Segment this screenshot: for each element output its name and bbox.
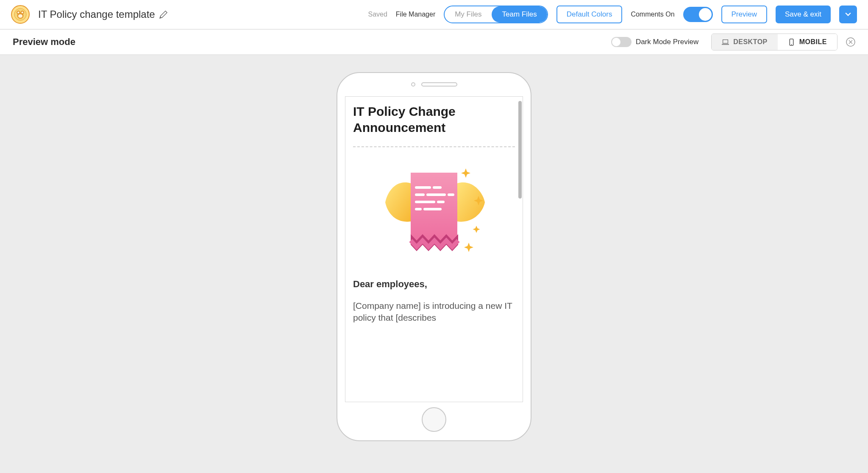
edit-icon bbox=[159, 11, 167, 19]
scrollbar[interactable] bbox=[518, 101, 522, 199]
mobile-icon bbox=[788, 39, 795, 46]
svg-rect-10 bbox=[411, 173, 457, 241]
preview-button[interactable]: Preview bbox=[721, 6, 767, 23]
files-segmented-control: My Files Team Files bbox=[444, 6, 548, 23]
phone-home-button bbox=[422, 407, 446, 432]
default-colors-button[interactable]: Default Colors bbox=[556, 6, 623, 23]
divider bbox=[353, 146, 515, 147]
saved-status: Saved bbox=[368, 11, 387, 18]
announcement-illustration bbox=[353, 160, 515, 257]
top-toolbar: IT Policy change template Saved File Man… bbox=[0, 0, 868, 30]
preview-mode-title: Preview mode bbox=[13, 36, 75, 48]
email-heading: IT Policy Change Announcement bbox=[353, 104, 515, 135]
email-body: [Company name] is introducing a new IT p… bbox=[353, 300, 515, 324]
svg-point-8 bbox=[791, 44, 792, 45]
comments-label: Comments On bbox=[631, 11, 674, 18]
monkey-icon bbox=[14, 8, 27, 21]
svg-point-4 bbox=[17, 11, 19, 13]
mobile-tab-label: MOBILE bbox=[799, 38, 827, 46]
email-content: IT Policy Change Announcement bbox=[345, 97, 523, 324]
dark-mode-toggle[interactable] bbox=[611, 37, 632, 47]
desktop-tab[interactable]: DESKTOP bbox=[712, 34, 778, 50]
desktop-tab-label: DESKTOP bbox=[733, 38, 768, 46]
document-title-text: IT Policy change template bbox=[38, 8, 155, 20]
laptop-icon bbox=[722, 39, 729, 46]
brand-logo bbox=[11, 5, 30, 24]
dark-mode-label: Dark Mode Preview bbox=[636, 38, 698, 46]
phone-frame: IT Policy Change Announcement bbox=[337, 72, 531, 441]
my-files-tab[interactable]: My Files bbox=[445, 6, 492, 22]
phone-screen: IT Policy Change Announcement bbox=[345, 96, 523, 402]
viewport-segmented-control: DESKTOP MOBILE bbox=[711, 34, 837, 50]
svg-point-5 bbox=[22, 11, 23, 13]
close-preview-button[interactable] bbox=[846, 37, 855, 47]
comments-toggle[interactable] bbox=[683, 7, 713, 22]
chevron-down-icon bbox=[845, 11, 851, 17]
document-title[interactable]: IT Policy change template bbox=[38, 8, 167, 20]
megaphone-document-icon bbox=[370, 160, 498, 257]
preview-subbar: Preview mode Dark Mode Preview DESKTOP M… bbox=[0, 30, 868, 55]
file-manager-label: File Manager bbox=[396, 11, 435, 18]
preview-stage: IT Policy Change Announcement bbox=[0, 55, 868, 473]
save-exit-button[interactable]: Save & exit bbox=[776, 6, 831, 23]
team-files-tab[interactable]: Team Files bbox=[492, 6, 547, 22]
mobile-tab[interactable]: MOBILE bbox=[778, 34, 837, 50]
svg-point-6 bbox=[18, 14, 22, 18]
save-exit-more-button[interactable] bbox=[839, 6, 857, 23]
close-icon bbox=[846, 37, 855, 47]
email-salutation: Dear employees, bbox=[353, 279, 515, 290]
phone-notch bbox=[337, 82, 531, 87]
